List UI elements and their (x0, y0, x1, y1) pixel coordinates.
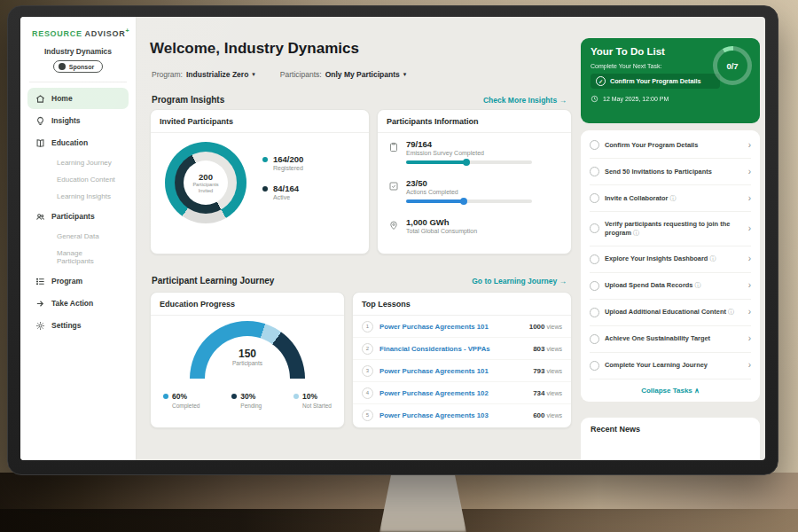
lesson-row[interactable]: 5 Power Purchase Agreements 103 600views (353, 404, 571, 426)
task-row[interactable]: Upload Additional Educational Content ⓘ … (590, 300, 751, 326)
monitor-stand (379, 472, 466, 532)
not-started-label: Not Started (302, 403, 332, 409)
consumption-label: Total Global Consumption (406, 228, 477, 234)
task-row[interactable]: Send 50 Invitations to Participants › (590, 159, 751, 185)
lesson-link[interactable]: Power Purchase Agreements 103 (379, 411, 533, 419)
sidebar-item-learning-journey[interactable]: Learning Journey (27, 154, 129, 171)
sponsor-badge[interactable]: Sponsor (53, 60, 103, 73)
legend-item-pending: 30% Pending (231, 392, 262, 409)
lesson-views: 734 (533, 389, 544, 397)
task-row[interactable]: Achieve One Sustainability Target › (590, 326, 751, 353)
check-more-insights-label: Check More Insights (483, 96, 557, 105)
info-icon[interactable]: ⓘ (728, 309, 734, 315)
lesson-row[interactable]: 4 Power Purchase Agreements 102 734views (353, 382, 571, 404)
task-checkbox[interactable] (590, 281, 599, 291)
task-checkbox[interactable] (590, 254, 599, 264)
task-label: Upload Additional Educational Content (605, 308, 726, 316)
rank-badge: 3 (362, 365, 373, 377)
actions-completed-value: 23/50 (406, 178, 532, 188)
checklist-icon (388, 179, 399, 190)
info-icon[interactable]: ⓘ (670, 195, 677, 201)
sidebar-item-general-data[interactable]: General Data (27, 228, 129, 245)
program-filter-label: Program: (152, 70, 183, 79)
not-started-value: 10% (302, 392, 317, 401)
task-label: Upload Spend Data Records (605, 281, 692, 289)
sidebar-item-home[interactable]: Home (27, 88, 129, 109)
chevron-right-icon[interactable]: › (748, 194, 751, 203)
task-checkbox[interactable] (590, 223, 599, 233)
task-row[interactable]: Explore Your Insights Dashboard ⓘ › (590, 246, 751, 273)
check-icon: ✓ (596, 76, 606, 86)
lesson-link[interactable]: Power Purchase Agreements 101 (379, 323, 529, 331)
top-lessons-title: Top Lessons (353, 293, 571, 316)
sidebar-item-education-content[interactable]: Education Content (27, 171, 129, 188)
info-icon[interactable]: ⓘ (694, 282, 700, 288)
invited-count: 200 (199, 172, 213, 182)
participants-filter[interactable]: Participants: Only My Participants ▾ (280, 70, 406, 79)
actions-completed-row: 23/50 Actions Completed (388, 178, 532, 203)
chevron-right-icon[interactable]: › (748, 281, 751, 290)
info-icon[interactable]: ⓘ (709, 255, 716, 262)
lesson-row[interactable]: 3 Power Purchase Agreements 101 793views (353, 360, 571, 382)
rank-badge: 4 (362, 387, 373, 399)
program-filter[interactable]: Program: Industrialize Zero ▾ (152, 70, 255, 79)
task-row[interactable]: Confirm Your Program Details › (590, 132, 751, 159)
bulb-icon (35, 116, 45, 126)
views-unit: views (546, 324, 562, 330)
chevron-right-icon[interactable]: › (748, 334, 751, 343)
education-gauge-center: 150 Participants (190, 348, 305, 366)
sidebar-item-program[interactable]: Program (27, 270, 129, 292)
task-row[interactable]: Invite a Collaborator ⓘ › (590, 185, 751, 212)
check-more-insights-link[interactable]: Check More Insights → (483, 96, 567, 105)
sidebar-item-manage-participants[interactable]: Manage Participants (27, 245, 129, 270)
logo-plus: + (125, 27, 129, 34)
task-label: Confirm Your Program Details (605, 141, 743, 150)
sidebar-item-settings[interactable]: Settings (27, 315, 129, 336)
lesson-views: 1000 (529, 323, 545, 331)
monitor-bezel: RESOURCE ADVISOR+ Industry Dynamics Spon… (7, 5, 778, 475)
lesson-row[interactable]: 2 Financial Considerations - VPPAs 803vi… (353, 338, 571, 360)
sidebar-item-insights[interactable]: Insights (27, 110, 129, 131)
todo-subtitle: Complete Your Next Task: (591, 63, 661, 69)
sidebar-item-take-action[interactable]: Take Action (27, 293, 129, 314)
chevron-right-icon[interactable]: › (748, 361, 751, 370)
task-checkbox[interactable] (590, 308, 599, 317)
next-task-chip[interactable]: ✓ Confirm Your Program Details (591, 74, 720, 89)
completed-label: Completed (172, 403, 200, 409)
info-icon[interactable]: ⓘ (633, 230, 639, 236)
lesson-link[interactable]: Financial Considerations - VPPAs (379, 345, 533, 353)
pending-value: 30% (240, 392, 255, 401)
sidebar-item-learning-insights[interactable]: Learning Insights (27, 188, 129, 205)
actions-completed-label: Actions Completed (406, 189, 532, 195)
sidebar-item-label: Take Action (51, 299, 93, 308)
task-row[interactable]: Complete Your Learning Journey › (590, 353, 751, 379)
go-to-learning-journey-label: Go to Learning Journey (472, 277, 557, 286)
chevron-right-icon[interactable]: › (748, 168, 751, 176)
lesson-link[interactable]: Power Purchase Agreements 101 (379, 367, 533, 375)
education-count-label: Participants (190, 360, 305, 366)
participants-information-card: Participants Information 79/164 Emission… (377, 109, 572, 254)
collapse-tasks-link[interactable]: Collapse Tasks ∧ (590, 379, 751, 398)
sidebar-item-education[interactable]: Education (27, 132, 129, 153)
chevron-right-icon[interactable]: › (748, 308, 751, 317)
task-checkbox[interactable] (590, 334, 599, 344)
invited-participants-title: Invited Participants (151, 110, 369, 133)
task-row[interactable]: Upload Spend Data Records ⓘ › (590, 273, 751, 300)
task-checkbox[interactable] (590, 140, 599, 150)
task-checkbox[interactable] (590, 167, 599, 176)
go-to-learning-journey-link[interactable]: Go to Learning Journey → (472, 277, 567, 286)
logo-part-advisor: ADVISOR (84, 29, 125, 38)
task-label: Explore Your Insights Dashboard (605, 254, 708, 262)
task-row[interactable]: Verify participants requesting to join t… (590, 212, 751, 246)
chevron-right-icon[interactable]: › (748, 141, 751, 150)
invited-legend: 164/200 Registered 84/164 Active (262, 154, 303, 213)
survey-clipboard-icon (388, 140, 399, 151)
sidebar-item-participants[interactable]: Participants (27, 206, 129, 227)
task-checkbox[interactable] (590, 193, 599, 203)
lesson-link[interactable]: Power Purchase Agreements 102 (379, 389, 533, 397)
lesson-row[interactable]: 1 Power Purchase Agreements 101 1000view… (353, 316, 571, 338)
chevron-right-icon[interactable]: › (748, 254, 751, 263)
next-task-label: Confirm Your Program Details (610, 77, 700, 85)
chevron-right-icon[interactable]: › (748, 224, 751, 233)
task-checkbox[interactable] (590, 361, 599, 371)
